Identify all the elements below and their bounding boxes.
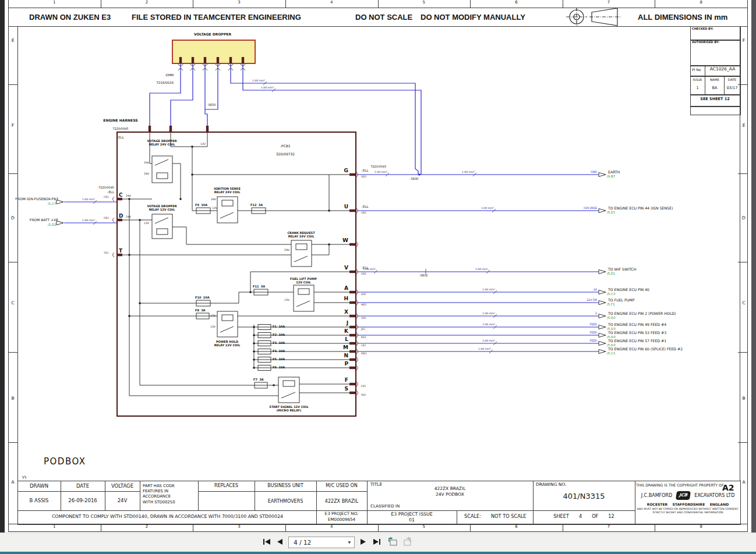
tb-mc-used-label: M/C USED ON xyxy=(316,483,367,488)
voltage-dropper-box xyxy=(172,40,256,64)
tb-mc-used-value: 422ZX BRAZIL xyxy=(316,499,367,504)
splice-se50-label: -SE50 xyxy=(207,104,216,107)
company-row: J.C.BAMFORD JCB EXCAVATORS LTD xyxy=(636,491,740,500)
tb-title-line2: 24V PODBOX xyxy=(379,492,521,498)
engine-harness-label: ENGINE HARNESS 7220/0045 -ELL xyxy=(90,114,149,140)
splice-se40-label: -SE40 xyxy=(410,177,419,181)
page-indicator-value: 4 / 12 xyxy=(289,539,311,546)
page-title-podbox: PODBOX xyxy=(44,457,86,467)
tb-v8 xyxy=(457,510,457,524)
date-value: 03/17 xyxy=(725,86,740,91)
legal-line2: STRICTLY SECRET AND CONFIDENTIAL INFORMA… xyxy=(636,511,740,514)
tb-h1 xyxy=(17,491,140,492)
first-page-bar-icon xyxy=(263,539,264,545)
first-page-button[interactable] xyxy=(261,537,273,546)
copyright-line1: THIS DRAWING IS THE COPYRIGHT PROPERTY O… xyxy=(636,483,723,487)
company-left-text: J.C.BAMFORD xyxy=(641,493,673,498)
tb-sheet-total: 12 xyxy=(608,514,614,520)
left-window-strip xyxy=(0,0,5,552)
jcb-logo: JCB xyxy=(676,491,691,500)
authorised-by-label: AUTHORISED BY: xyxy=(692,41,719,44)
pcb1-ref: -PCB1 xyxy=(280,144,291,148)
page-indicator-combobox[interactable]: 4 / 12 ▼ xyxy=(288,537,355,548)
harness-ref: -ELL xyxy=(117,136,124,139)
legal-line1: AND MUST NOT BE COPIED OR REPRODUCED WIT… xyxy=(636,507,740,510)
header-note-do-not-modify: DO NOT MODIFY MANUALLY xyxy=(421,13,525,22)
pcb1-part: 320/09732 xyxy=(276,152,295,156)
header-note-file-stored: FILE STORED IN TEAMCENTER ENGINEERING xyxy=(132,13,301,22)
date-label: DATE xyxy=(725,78,740,81)
version-label: V1 xyxy=(22,475,27,479)
tb-drawn-label: DRAWN xyxy=(17,483,61,489)
first-page-triangle-icon xyxy=(265,539,270,545)
tb-business-unit-label: BUSINESS UNIT xyxy=(255,483,316,488)
harness-name: ENGINE HARNESS xyxy=(103,118,137,122)
pcb1-label: -PCB1 320/09732 xyxy=(264,140,305,156)
next-page-icon xyxy=(361,539,366,545)
tb-date-value: 26-09-2016 xyxy=(61,498,105,503)
tb-drawn-value: B ASSIS xyxy=(17,498,61,503)
issue-value: 1 xyxy=(690,86,705,91)
tb-v3 xyxy=(140,481,140,510)
voltage-dropper-title: VOLTAGE DROPPER xyxy=(178,32,248,36)
last-page-button[interactable] xyxy=(371,537,383,546)
taskbar-edge-strip xyxy=(0,552,756,554)
voltage-dropper-ref: -EMM 7216/0018 xyxy=(146,70,174,85)
previous-view-button[interactable] xyxy=(387,536,398,548)
company-right-text: EXCAVATORS LTD xyxy=(694,493,734,498)
tb-e3-project-no-label: E3 PROJECT NO. xyxy=(316,512,367,516)
combobox-caret-icon: ▼ xyxy=(348,540,354,544)
ruler-top-line xyxy=(8,8,747,8)
header-note-drawn-on: DRAWN ON ZUKEN E3 xyxy=(29,13,111,22)
previous-page-button[interactable] xyxy=(275,537,284,546)
tb-code-note: PART HAS CODE FEATURES IN ACCORDANCE WIT… xyxy=(143,484,196,505)
tb-sheet-row: SHEET 4 OF 12 xyxy=(533,514,635,520)
tb-e3-issue-label: E3 PROJECT ISSUE xyxy=(367,512,457,517)
checked-by-label: CHECKED BY: xyxy=(692,27,713,31)
tb-compliance-note: COMPONENT TO COMPLY WITH STD00140, DRAWN… xyxy=(20,514,315,519)
right-window-strip xyxy=(751,0,756,552)
input-label-ign-fusebox: FROM IGN-FUSEBOX-FB3 xyxy=(8,197,58,201)
splice-se02-label: -SE02 xyxy=(419,274,428,278)
name-label: NAME xyxy=(705,78,724,81)
tb-of-label: OF xyxy=(592,514,598,520)
issue-label: ISSUE xyxy=(690,78,705,81)
tb-drawing-no-value: 401/N3315 xyxy=(533,492,635,500)
tb-voltage-label: VOLTAGE xyxy=(105,483,140,489)
next-view-button[interactable] xyxy=(401,536,412,548)
tb-e3-project-no-value: EM00009654 xyxy=(316,517,367,522)
pi-no-label: PI No xyxy=(692,68,701,72)
last-page-bar-icon xyxy=(379,539,380,545)
tb-drawing-no-label: DRAWING NO. xyxy=(536,482,566,488)
tb-sheet-no: 4 xyxy=(579,514,582,520)
tb-business-unit-value: EARTHMOVERS xyxy=(255,499,316,504)
company-address: ROCESTER STAFFORDSHIRE ENGLAND xyxy=(636,502,740,506)
tb-v10 xyxy=(635,481,635,524)
input-ref-batt: /1.D2 xyxy=(48,223,56,226)
header-note-do-not-scale: DO NOT SCALE xyxy=(355,13,412,22)
pdf-viewer-window: { "toolbar": { "page_indicator": "4 / 12… xyxy=(0,0,756,554)
tb-scale-value: NOT TO SCALE xyxy=(491,514,526,520)
tb-classified-label: CLASSIFIED IN xyxy=(370,504,400,509)
approval-empty-box xyxy=(690,106,741,115)
input-label-batt: FROM BATT +VE xyxy=(8,218,58,222)
last-page-triangle-icon xyxy=(373,539,379,545)
tb-scale-label: SCALE: xyxy=(464,514,481,520)
tb-sheet-label: SHEET xyxy=(553,514,569,520)
tb-date-label: DATE xyxy=(61,483,105,489)
tb-voltage-value: 24V xyxy=(105,498,140,503)
header-note-dimensions: ALL DIMENSIONS IN mm xyxy=(638,13,727,22)
tb-title-line1: 422ZX BRAZIL xyxy=(379,486,521,492)
input-ref-ign-fusebox: /1.C7 xyxy=(48,202,56,205)
see-sheet-label: SEE SHEET 12 xyxy=(690,97,740,102)
tb-replaces-label: REPLACES xyxy=(198,483,255,488)
pi-no-value: AC1026_AA xyxy=(705,67,740,72)
header-bottom-line xyxy=(8,26,747,27)
dropper-ref-text: -EMM xyxy=(165,73,174,77)
pcb1-box xyxy=(116,132,356,417)
previous-view-icon xyxy=(387,537,398,547)
tb-e3-issue-value: 01 xyxy=(367,517,457,523)
next-page-button[interactable] xyxy=(358,537,368,546)
dropper-part-text: 7216/0018 xyxy=(156,81,174,84)
next-view-icon xyxy=(401,537,412,547)
